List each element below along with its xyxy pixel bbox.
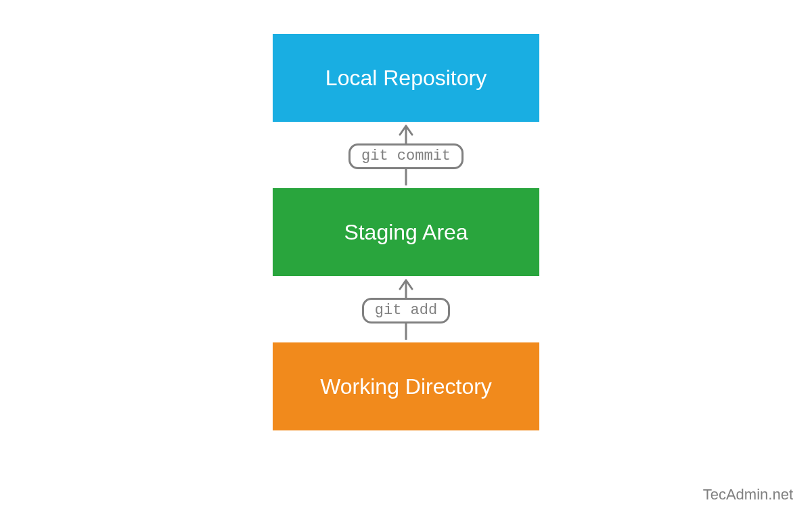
box-label: Local Repository — [325, 66, 487, 91]
box-working-directory: Working Directory — [273, 342, 539, 430]
box-local-repository: Local Repository — [273, 34, 539, 122]
box-label: Working Directory — [320, 374, 492, 399]
arrow-stem-icon — [398, 169, 414, 185]
connector-commit: git commit — [348, 125, 464, 185]
command-text: git add — [375, 302, 437, 319]
arrow-stem-icon — [398, 324, 414, 340]
box-staging-area: Staging Area — [273, 188, 539, 276]
git-flow-diagram: Local Repository git commit Staging Area… — [273, 34, 539, 430]
arrow-up-icon — [398, 279, 414, 298]
command-text: git commit — [361, 148, 451, 164]
command-pill-add: git add — [362, 298, 450, 324]
box-label: Staging Area — [344, 220, 468, 245]
attribution-text: TecAdmin.net — [703, 486, 793, 504]
connector-add: git add — [362, 279, 450, 340]
command-pill-commit: git commit — [348, 143, 464, 169]
arrow-up-icon — [398, 125, 414, 143]
